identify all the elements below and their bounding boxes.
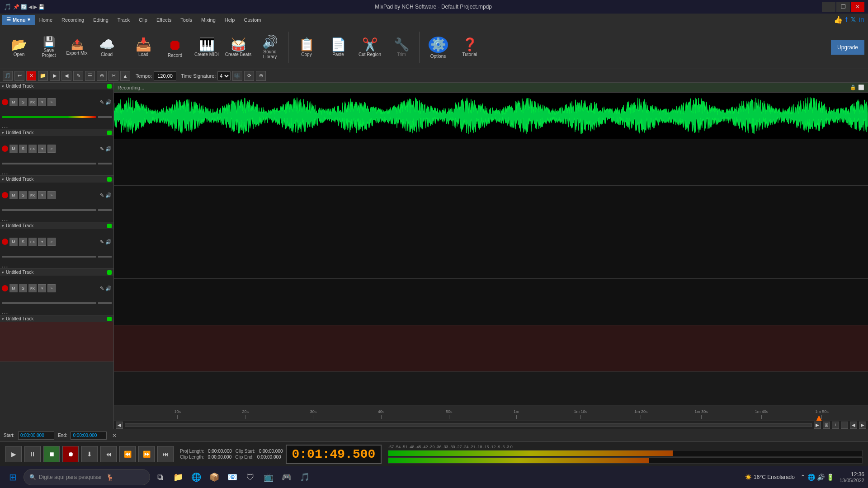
menu-item-recording[interactable]: Recording <box>57 14 89 26</box>
track-more-btn-2[interactable]: » <box>47 145 56 153</box>
zoom-out-button[interactable]: − <box>841 422 848 429</box>
menu-item-clip[interactable]: Clip <box>134 14 152 26</box>
menu-item-effects[interactable]: Effects <box>152 14 176 26</box>
start-end-close-button[interactable]: ✕ <box>112 432 117 439</box>
rewind-button[interactable]: ⏪ <box>119 446 136 462</box>
track-volume-fader-5[interactable] <box>2 302 96 304</box>
menu-item-editing[interactable]: Editing <box>89 14 113 26</box>
track-more-btn-4[interactable]: » <box>47 238 56 246</box>
empty-track-4[interactable] <box>114 232 868 279</box>
tempo-input[interactable] <box>154 71 176 80</box>
record-transport-button[interactable]: ⏺ <box>62 446 79 462</box>
track-arrows-btn-1[interactable]: ▾ <box>38 98 46 106</box>
track-solo-btn-3[interactable]: S <box>19 191 27 199</box>
zoom-in-button[interactable]: + <box>832 422 839 429</box>
tool-btn-2[interactable]: ↩ <box>14 71 24 81</box>
empty-track-6[interactable] <box>114 325 868 372</box>
track-more-btn-3[interactable]: » <box>47 191 56 199</box>
taskbar-task-view[interactable]: ⧉ <box>152 469 168 485</box>
tool-btn-11[interactable]: ▲ <box>120 71 130 81</box>
start-input[interactable] <box>18 432 54 440</box>
tool-btn-1[interactable]: 🎵 <box>3 71 13 81</box>
track-mute-btn-2[interactable]: M <box>9 145 18 153</box>
track-record-btn-3[interactable] <box>2 192 8 198</box>
tutorial-button[interactable]: ❓ Tutorial <box>454 28 485 67</box>
export-mix-button[interactable]: 📤 Export Mix <box>63 28 90 67</box>
track-fx-btn-1[interactable]: FX <box>28 98 37 106</box>
network-icon[interactable]: 🌐 <box>807 474 815 481</box>
create-midi-button[interactable]: 🎹 Create MIDI <box>191 28 222 67</box>
end-input[interactable] <box>71 432 107 440</box>
zoom-extra-2[interactable]: ▶ <box>859 422 866 429</box>
stop-button[interactable]: ⏹ <box>43 446 60 462</box>
facebook-icon[interactable]: f <box>845 16 847 24</box>
track-volume-fader-1[interactable] <box>2 116 96 118</box>
track-volume-fader-3[interactable] <box>2 209 96 211</box>
open-button[interactable]: 📂 Open <box>4 28 34 67</box>
menu-dropdown-button[interactable]: ☰ Menu ▾ <box>2 15 35 25</box>
tool-btn-7[interactable]: ✎ <box>73 71 83 81</box>
zoom-fit-button[interactable]: ⊞ <box>823 422 830 429</box>
track-record-btn-2[interactable] <box>2 145 8 152</box>
track-fx-btn-4[interactable]: FX <box>28 238 37 246</box>
trim-button[interactable]: 🔧 Trim <box>386 28 417 67</box>
track-more-btn-1[interactable]: » <box>47 98 56 106</box>
menu-item-mixing[interactable]: Mixing <box>197 14 220 26</box>
options-button[interactable]: ⚙️ Options <box>423 28 453 67</box>
save-project-button[interactable]: 💾 Save Project <box>35 28 62 67</box>
track-collapse-4[interactable]: ▾ <box>2 224 4 228</box>
track-collapse-3[interactable]: ▾ <box>2 177 4 182</box>
pause-button[interactable]: ⏸ <box>24 446 41 462</box>
menu-item-help[interactable]: Help <box>220 14 240 26</box>
clock[interactable]: 12:36 13/05/2022 <box>840 471 864 483</box>
track-volume-fader-4[interactable] <box>2 256 96 258</box>
cloud-button[interactable]: ☁️ Cloud <box>91 28 122 67</box>
taskbar-game[interactable]: 🎮 <box>278 469 295 485</box>
track-pan-fader-5[interactable] <box>98 302 112 304</box>
paste-button[interactable]: 📄 Paste <box>323 28 354 67</box>
scroll-right-button[interactable]: ▶ <box>814 422 821 429</box>
taskbar-store[interactable]: 📦 <box>206 469 222 485</box>
create-beats-button[interactable]: 🥁 Create Beats <box>223 28 254 67</box>
taskbar-extra[interactable]: 🎵 <box>297 469 313 485</box>
track-arrows-btn-5[interactable]: ▾ <box>38 284 46 292</box>
scroll-left-button[interactable]: ◀ <box>116 422 123 429</box>
tool-btn-4[interactable]: 📁 <box>38 71 48 81</box>
track-arrows-btn-4[interactable]: ▾ <box>38 238 46 246</box>
track-mute-btn-3[interactable]: M <box>9 191 18 199</box>
track-pan-fader-1[interactable] <box>98 116 112 118</box>
record-button[interactable]: ⏺ Record <box>160 28 190 67</box>
minimize-button[interactable]: — <box>822 2 835 12</box>
scroll-bar[interactable] <box>125 423 812 427</box>
track-record-btn-5[interactable] <box>2 285 8 291</box>
empty-track-2[interactable] <box>114 139 868 186</box>
track-mute-btn-5[interactable]: M <box>9 284 18 292</box>
tool-btn-6[interactable]: ◀ <box>61 71 71 81</box>
track-collapse-6[interactable]: ▾ <box>2 317 4 321</box>
taskbar-media[interactable]: 📺 <box>260 469 277 485</box>
loop-button[interactable]: ⟳ <box>244 71 254 81</box>
cut-region-button[interactable]: ✂️ Cut Region <box>354 28 385 67</box>
track-volume-fader-2[interactable] <box>2 163 96 164</box>
menu-item-custom[interactable]: Custom <box>239 14 265 26</box>
menu-item-tools[interactable]: Tools <box>176 14 197 26</box>
tool-btn-9[interactable]: ⊕ <box>97 71 107 81</box>
tool-btn-3[interactable]: ✕ <box>26 71 36 81</box>
track-mute-btn-1[interactable]: M <box>9 98 18 106</box>
metronome-button[interactable]: 🎼 <box>232 71 242 81</box>
track-pan-fader-4[interactable] <box>98 256 112 258</box>
fast-forward-button[interactable]: ⏩ <box>138 446 155 462</box>
waveform-track-1[interactable] <box>114 93 868 139</box>
track-arrows-btn-2[interactable]: ▾ <box>38 145 46 153</box>
maximize-button[interactable]: ❐ <box>836 2 850 12</box>
start-button[interactable]: ⊞ <box>4 468 22 486</box>
track-solo-btn-2[interactable]: S <box>19 145 27 153</box>
close-button[interactable]: ✕ <box>851 2 864 12</box>
empty-track-5[interactable] <box>114 279 868 325</box>
menu-item-home[interactable]: Home <box>35 14 57 26</box>
battery-icon[interactable]: 🔋 <box>826 474 834 481</box>
copy-button[interactable]: 📋 Copy <box>291 28 322 67</box>
thumbs-up-icon[interactable]: 👍 <box>834 15 843 24</box>
track-record-btn-1[interactable] <box>2 99 8 105</box>
track-collapse-1[interactable]: ▾ <box>2 84 4 89</box>
